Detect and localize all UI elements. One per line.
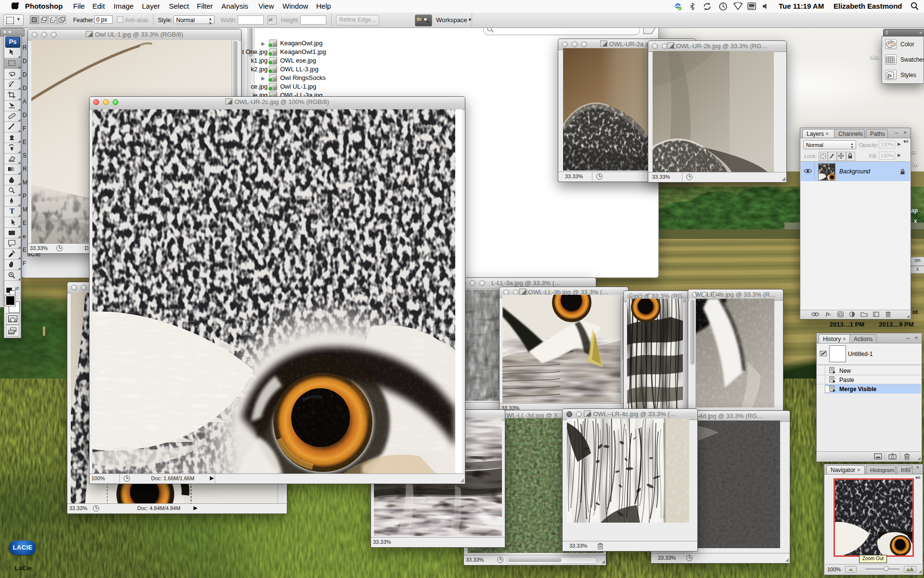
svg-text:fx: fx xyxy=(888,73,892,78)
